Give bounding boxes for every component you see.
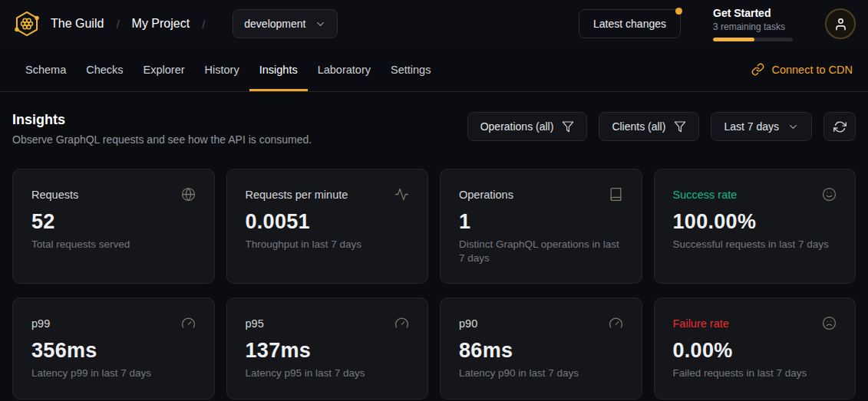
breadcrumb-org[interactable]: The Guild bbox=[51, 17, 104, 31]
get-started-progressbar bbox=[713, 38, 793, 41]
connect-to-cdn-link[interactable]: Connect to CDN bbox=[751, 48, 853, 91]
activity-icon bbox=[394, 187, 409, 202]
stat-value: 137ms bbox=[246, 339, 410, 363]
tab-insights[interactable]: Insights bbox=[249, 48, 308, 91]
gauge-icon bbox=[609, 316, 623, 330]
stat-description: Total requests served bbox=[31, 238, 196, 251]
stat-title: p99 bbox=[31, 317, 50, 330]
stat-card-success-rate: Success rate 100.00% Successful requests… bbox=[654, 169, 856, 284]
page-title-block: Insights Observe GraphQL requests and se… bbox=[12, 112, 312, 146]
breadcrumb-separator: / bbox=[116, 18, 119, 31]
gauge-icon bbox=[181, 316, 196, 330]
tab-laboratory[interactable]: Laboratory bbox=[308, 48, 381, 91]
stat-card-requests-per-minute: Requests per minute 0.0051 Throughput in… bbox=[226, 169, 429, 284]
operations-filter-label: Operations (all) bbox=[480, 120, 554, 133]
header-right: Latest changes Get Started 3 remaining t… bbox=[579, 7, 856, 41]
globe-icon bbox=[181, 187, 196, 202]
stat-value: 52 bbox=[31, 210, 196, 234]
stat-title: p95 bbox=[246, 317, 264, 330]
book-icon bbox=[609, 187, 623, 202]
get-started-remaining: 3 remaining tasks bbox=[713, 21, 793, 32]
target-select-value: development bbox=[244, 18, 305, 30]
period-select[interactable]: Last 7 days bbox=[711, 112, 812, 141]
stat-title: Operations bbox=[459, 189, 513, 201]
latest-changes-button[interactable]: Latest changes bbox=[579, 9, 681, 38]
stat-card-failure-rate: Failure rate 0.00% Failed requests in la… bbox=[654, 297, 856, 399]
stat-title: Requests per minute bbox=[246, 189, 348, 201]
stat-value: 0.0051 bbox=[246, 210, 410, 234]
frown-icon bbox=[822, 316, 837, 330]
breadcrumb-project[interactable]: My Project bbox=[132, 17, 190, 31]
guild-logo-icon[interactable] bbox=[12, 9, 41, 38]
tab-history[interactable]: History bbox=[195, 48, 249, 91]
refresh-button[interactable] bbox=[823, 112, 856, 141]
tab-settings[interactable]: Settings bbox=[381, 48, 441, 91]
stat-title: Success rate bbox=[673, 189, 738, 201]
top-header: The Guild / My Project / development Lat… bbox=[0, 0, 868, 48]
stat-description: Failed requests in last 7 days bbox=[673, 366, 837, 380]
breadcrumb-separator: / bbox=[202, 18, 205, 31]
user-avatar[interactable] bbox=[825, 8, 856, 39]
target-select[interactable]: development bbox=[233, 9, 338, 38]
nav-tabs: Schema Checks Explorer History Insights … bbox=[15, 48, 441, 91]
operations-filter-button[interactable]: Operations (all) bbox=[467, 112, 588, 141]
stat-card-p99: p99 356ms Latency p99 in last 7 days bbox=[12, 297, 215, 399]
user-icon bbox=[833, 17, 848, 31]
stat-value: 356ms bbox=[31, 339, 196, 363]
stat-title: Requests bbox=[31, 189, 78, 201]
stat-card-p95: p95 137ms Latency p95 in last 7 days bbox=[226, 297, 429, 399]
notification-dot bbox=[675, 8, 682, 15]
clients-filter-label: Clients (all) bbox=[612, 120, 665, 133]
stats-grid: Requests 52 Total requests served Reques… bbox=[12, 169, 856, 399]
insights-page: Insights Observe GraphQL requests and se… bbox=[0, 92, 868, 399]
link-icon bbox=[751, 63, 764, 76]
tab-schema[interactable]: Schema bbox=[15, 48, 76, 91]
tab-explorer[interactable]: Explorer bbox=[134, 48, 195, 91]
gauge-icon bbox=[394, 316, 409, 330]
stat-card-operations: Operations 1 Distinct GraphQL operations… bbox=[440, 169, 642, 284]
latest-changes-label: Latest changes bbox=[593, 18, 666, 30]
stat-card-p90: p90 86ms Latency p90 in last 7 days bbox=[440, 297, 642, 399]
stat-description: Throughput in last 7 days bbox=[246, 238, 410, 251]
get-started-widget[interactable]: Get Started 3 remaining tasks bbox=[713, 7, 793, 41]
stat-value: 100.00% bbox=[673, 210, 837, 234]
filters-bar: Operations (all) Clients (all) Last 7 da… bbox=[467, 112, 856, 141]
page-title: Insights bbox=[12, 112, 312, 128]
period-select-value: Last 7 days bbox=[724, 120, 779, 133]
stat-description: Successful requests in last 7 days bbox=[673, 238, 837, 251]
stat-value: 0.00% bbox=[673, 339, 837, 363]
filter-funnel-icon bbox=[562, 120, 574, 133]
stat-description: Latency p95 in last 7 days bbox=[246, 366, 410, 380]
page-head: Insights Observe GraphQL requests and se… bbox=[12, 112, 856, 146]
target-nav: Schema Checks Explorer History Insights … bbox=[0, 48, 868, 92]
stat-description: Latency p90 in last 7 days bbox=[459, 366, 623, 380]
get-started-progress-fill bbox=[713, 38, 754, 41]
chevron-down-icon bbox=[787, 121, 799, 133]
refresh-icon bbox=[833, 120, 847, 133]
stat-value: 86ms bbox=[459, 339, 623, 363]
stat-card-requests: Requests 52 Total requests served bbox=[12, 169, 215, 284]
tab-checks[interactable]: Checks bbox=[76, 48, 133, 91]
filter-funnel-icon bbox=[674, 120, 686, 133]
chevron-down-icon bbox=[315, 18, 326, 30]
smile-icon bbox=[822, 187, 837, 202]
stat-value: 1 bbox=[459, 210, 623, 234]
stat-title: Failure rate bbox=[673, 317, 729, 330]
stat-description: Latency p99 in last 7 days bbox=[31, 366, 196, 380]
clients-filter-button[interactable]: Clients (all) bbox=[599, 112, 699, 141]
connect-to-cdn-label: Connect to CDN bbox=[771, 64, 853, 76]
get-started-title: Get Started bbox=[713, 7, 793, 19]
page-subtitle: Observe GraphQL requests and see how the… bbox=[12, 133, 312, 146]
stat-description: Distinct GraphQL operations in last 7 da… bbox=[459, 238, 623, 265]
stat-title: p90 bbox=[459, 317, 477, 330]
